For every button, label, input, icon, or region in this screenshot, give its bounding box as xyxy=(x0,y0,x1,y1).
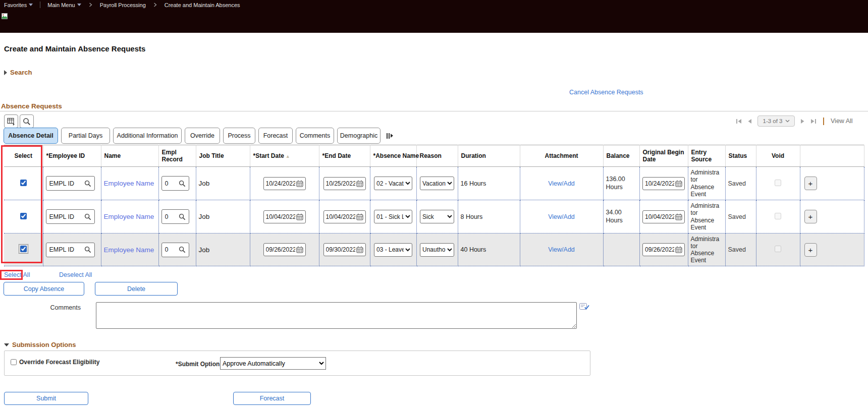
job-title-cell: Job xyxy=(196,200,250,234)
submit-option-select[interactable]: Approve Automatically xyxy=(220,357,326,370)
add-row-button[interactable]: + xyxy=(804,243,817,257)
employee-id-input[interactable] xyxy=(49,180,83,187)
row-select-checkbox[interactable] xyxy=(20,213,27,219)
col-header-entry-source: Entry Source xyxy=(688,145,725,167)
last-page-button[interactable] xyxy=(810,119,817,124)
absence-name-select[interactable]: 03 - Leave xyxy=(374,243,412,257)
employee-name-link[interactable]: Employee Name xyxy=(104,213,154,220)
calendar-icon[interactable] xyxy=(675,213,682,220)
tab-absence-detail[interactable]: Absence Detail xyxy=(4,128,58,144)
tab-forecast[interactable]: Forecast xyxy=(258,128,293,144)
breadcrumb-payroll-processing[interactable]: Payroll Processing xyxy=(100,2,146,8)
add-row-button[interactable]: + xyxy=(804,210,817,223)
end-date-input[interactable] xyxy=(326,246,355,253)
lookup-icon[interactable] xyxy=(84,246,91,253)
reason-select[interactable]: Unautho xyxy=(420,243,454,257)
start-date-input[interactable] xyxy=(266,180,295,187)
attachment-view-add-link[interactable]: View/Add xyxy=(548,180,575,187)
absence-name-select[interactable]: 01 - Sick L xyxy=(374,210,412,223)
col-header-original-begin-date: Original Begin Date xyxy=(639,145,688,167)
employee-name-link[interactable]: Employee Name xyxy=(104,246,154,254)
search-expander[interactable]: Search xyxy=(4,69,32,76)
copy-absence-button[interactable]: Copy Absence xyxy=(4,282,84,296)
page-title: Create and Maintain Absence Requests xyxy=(4,44,145,53)
col-header-reason: Reason xyxy=(416,145,458,167)
deselect-all-link[interactable]: Deselect All xyxy=(59,271,92,278)
empl-record-input[interactable] xyxy=(165,213,177,220)
override-forecast-eligibility-checkbox[interactable] xyxy=(11,359,17,365)
original-begin-date-field xyxy=(642,210,685,223)
tab-process[interactable]: Process xyxy=(223,128,255,144)
zoom-grid-button[interactable] xyxy=(20,114,34,128)
end-date-input[interactable] xyxy=(326,180,355,187)
absence-requests-section-title: Absence Requests xyxy=(1,102,62,110)
tab-override[interactable]: Override xyxy=(185,128,220,144)
breadcrumb-create-maintain-absences[interactable]: Create and Maintain Absences xyxy=(165,2,240,8)
calendar-icon[interactable] xyxy=(296,180,303,187)
favorites-menu[interactable]: Favorites xyxy=(4,2,33,8)
select-all-link[interactable]: Select All xyxy=(4,271,30,278)
breadcrumb-separator-icon xyxy=(88,2,93,8)
absence-name-select[interactable]: 02 - Vacati xyxy=(374,177,412,190)
empl-record-input[interactable] xyxy=(165,246,177,253)
employee-id-input[interactable] xyxy=(49,246,83,253)
duration-cell: 16 Hours xyxy=(458,167,520,200)
employee-id-field xyxy=(46,243,95,257)
first-page-button[interactable] xyxy=(736,119,742,124)
calendar-icon[interactable] xyxy=(356,180,363,187)
employee-name-link[interactable]: Employee Name xyxy=(104,180,154,187)
original-begin-date-input[interactable] xyxy=(645,180,674,187)
tab-additional-information[interactable]: Additional Information xyxy=(113,128,182,144)
calendar-icon[interactable] xyxy=(356,246,363,253)
row-select-checkbox[interactable] xyxy=(20,246,27,252)
lookup-icon[interactable] xyxy=(179,246,186,253)
tab-partial-days[interactable]: Partial Days xyxy=(61,128,110,144)
calendar-icon[interactable] xyxy=(356,213,363,220)
lookup-icon[interactable] xyxy=(179,213,186,220)
forecast-button[interactable]: Forecast xyxy=(233,392,311,405)
calendar-icon[interactable] xyxy=(675,180,682,187)
calendar-icon[interactable] xyxy=(296,213,303,220)
calendar-icon[interactable] xyxy=(296,246,303,253)
lookup-icon[interactable] xyxy=(84,180,91,187)
personalize-grid-button[interactable] xyxy=(4,114,18,128)
chevron-down-icon xyxy=(785,120,790,123)
duration-cell: 8 Hours xyxy=(458,200,520,234)
lookup-icon[interactable] xyxy=(84,213,91,220)
original-begin-date-input[interactable] xyxy=(645,213,674,220)
attachment-view-add-link[interactable]: View/Add xyxy=(548,246,575,253)
collapsed-arrow-icon xyxy=(4,70,7,75)
empl-record-input[interactable] xyxy=(165,180,177,187)
next-page-button[interactable] xyxy=(800,119,805,124)
start-date-input[interactable] xyxy=(266,246,295,253)
col-header-start-date[interactable]: *Start Date▲ xyxy=(250,145,319,167)
main-menu[interactable]: Main Menu xyxy=(47,2,81,8)
reason-select[interactable]: Sick xyxy=(420,210,454,223)
start-date-input[interactable] xyxy=(266,213,295,220)
reason-select[interactable]: Vacation xyxy=(420,177,454,190)
spell-check-icon[interactable] xyxy=(579,303,589,312)
comments-textarea[interactable] xyxy=(96,302,577,329)
lookup-icon[interactable] xyxy=(179,180,186,187)
previous-page-button[interactable] xyxy=(747,119,752,124)
add-row-button[interactable]: + xyxy=(804,177,817,190)
original-begin-date-input[interactable] xyxy=(645,246,674,253)
row-select-checkbox[interactable] xyxy=(20,180,27,186)
employee-id-input[interactable] xyxy=(49,213,83,220)
absence-requests-table: Select *Employee ID Name Empl Record Job… xyxy=(4,145,864,266)
show-all-columns-icon[interactable] xyxy=(387,128,393,144)
start-date-field xyxy=(263,243,306,256)
void-checkbox xyxy=(775,180,781,186)
calendar-icon[interactable] xyxy=(675,246,682,253)
end-date-input[interactable] xyxy=(326,213,355,220)
tab-demographic[interactable]: Demographic xyxy=(337,128,381,144)
tab-comments[interactable]: Comments xyxy=(296,128,334,144)
attachment-view-add-link[interactable]: View/Add xyxy=(548,213,575,220)
end-date-field xyxy=(323,177,366,190)
submission-options-expander[interactable]: Submission Options xyxy=(4,341,76,348)
row-range-dropdown[interactable]: 1-3 of 3 xyxy=(757,115,795,127)
cancel-absence-requests-link[interactable]: Cancel Absence Requests xyxy=(569,89,643,96)
view-all-link[interactable]: View All xyxy=(831,118,853,125)
submit-button[interactable]: Submit xyxy=(4,392,88,405)
delete-button[interactable]: Delete xyxy=(95,282,178,296)
